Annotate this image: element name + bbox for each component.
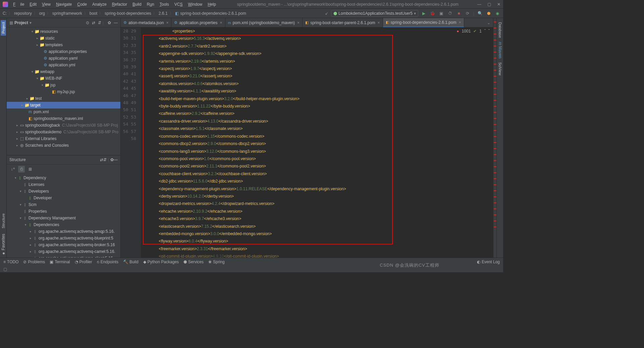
chevron-up-icon[interactable]: ˆ: [484, 29, 486, 33]
tree-item[interactable]: ⚙application.properties: [7, 48, 120, 55]
editor-tab[interactable]: ⚙application.properties×: [171, 18, 225, 27]
run-button[interactable]: ▶: [421, 10, 427, 16]
tree-item[interactable]: ▸▭springboottaskdemoC:\JavaProjects\08 S…: [7, 129, 120, 135]
tree-item[interactable]: mpom.xml: [7, 109, 120, 115]
editor-tab[interactable]: ◧spring-boot-dependencies-2.6.1.pom×: [383, 18, 464, 27]
sciview-tool-tab[interactable]: SciView: [497, 60, 503, 77]
structure-item[interactable]: ⫿Developer: [7, 195, 120, 201]
minimize-button[interactable]: —: [477, 2, 481, 7]
build-tab[interactable]: 🔨 Build: [123, 260, 139, 264]
menu-analyze[interactable]: Analyze: [90, 1, 109, 7]
more-tabs-icon[interactable]: ⌄: [484, 20, 493, 25]
menu-code[interactable]: Code: [75, 1, 89, 7]
stop-button[interactable]: ■: [456, 10, 462, 16]
tree-item[interactable]: ▸📁target: [7, 102, 120, 109]
tree-item[interactable]: ▸⬚External Libraries: [7, 135, 120, 142]
error-stripe[interactable]: [493, 18, 496, 258]
group-icon[interactable]: ⊞: [27, 166, 34, 172]
structure-tree[interactable]: ▾⫿Dependency⫿Licenses▾⫿Developers⫿Develo…: [7, 174, 120, 258]
structure-item[interactable]: ▸⫿org.apache.activemq:activemq-blueprint…: [7, 235, 120, 241]
collapse-all-icon[interactable]: ⇵: [98, 20, 101, 25]
tree-item[interactable]: ▸📁static: [7, 35, 120, 42]
breadcrumb-item[interactable]: C:: [3, 11, 7, 16]
breadcrumb-item[interactable]: repository: [14, 11, 32, 16]
profiler-tab[interactable]: ◔ Profiler: [75, 260, 92, 264]
profile-button[interactable]: ⏱: [447, 10, 453, 16]
avatar-icon[interactable]: ◉: [494, 10, 500, 16]
select-opened-icon[interactable]: ⊙: [86, 20, 89, 25]
breadcrumb-item[interactable]: spring-boot-dependencies-2.6.1.pom: [180, 11, 246, 16]
hide-icon[interactable]: —: [114, 157, 118, 162]
maximize-button[interactable]: ▢: [487, 2, 491, 7]
run-config-selector[interactable]: ⬤ Lombokdemo1ApplicationTests.testUser5 …: [331, 10, 418, 17]
structure-item[interactable]: ⫿Licenses: [7, 181, 120, 188]
tree-item[interactable]: ◧springbootdemo_maven.iml: [7, 115, 120, 122]
database-tool-tab[interactable]: Database: [497, 20, 503, 40]
tree-item[interactable]: ▾📁WEB-INF: [7, 75, 120, 82]
structure-item[interactable]: ▸⫿org.apache.activemq:activemq-broker:5.…: [7, 241, 120, 248]
back-arrow-icon[interactable]: ↙: [325, 11, 328, 16]
python-packages-tab[interactable]: ◆ Python Packages: [143, 260, 179, 264]
tree-item[interactable]: ⚙application.yaml: [7, 55, 120, 62]
menu-tools[interactable]: Tools: [157, 1, 171, 7]
menu-refactor[interactable]: Refactor: [110, 1, 129, 7]
coverage-button[interactable]: ▣: [438, 10, 444, 16]
structure-item[interactable]: ▾⫿Dependencies: [7, 221, 120, 228]
structure-item[interactable]: ▾⫿Dependency: [7, 175, 120, 181]
structure-item[interactable]: ▾⫿Developers: [7, 188, 120, 195]
spring-tab[interactable]: ❀ Spring: [208, 260, 225, 264]
menu-window[interactable]: Window: [185, 1, 205, 7]
menu-help[interactable]: Help: [205, 1, 218, 7]
line-gutter[interactable]: 28 29 30 31 32 33 34 35 36 37 38 39 40 4…: [121, 27, 141, 258]
favorites-tool-tab[interactable]: ★ Favorites: [0, 232, 6, 258]
breadcrumb-item[interactable]: 2.6.1: [159, 11, 168, 16]
tree-item[interactable]: ▸▭springbootdlogbackC:\JavaProjects\08 S…: [7, 122, 120, 129]
structure-item[interactable]: ▾⫿Dependency Management: [7, 215, 120, 221]
expand-all-icon[interactable]: ⇄: [92, 20, 95, 25]
todo-tab[interactable]: ≡ TODO: [3, 260, 18, 264]
inspection-widget[interactable]: ●1001 ✔1 ˆ ˇ: [457, 29, 490, 33]
menu-vcs[interactable]: VCS: [172, 1, 185, 7]
tree-item[interactable]: ▾📁webapp: [7, 68, 120, 75]
expand-icon[interactable]: ⇄: [100, 157, 103, 162]
menu-build[interactable]: Build: [130, 1, 144, 7]
settings-icon[interactable]: ⬢: [486, 10, 492, 16]
menu-navigate[interactable]: Navigate: [54, 1, 74, 7]
hide-icon[interactable]: —: [114, 20, 118, 25]
code-content[interactable]: <properties> <activemq.version>5.16.3</a…: [141, 27, 493, 258]
breadcrumb-item[interactable]: springframework: [52, 11, 82, 16]
editor-tab[interactable]: ◧spring-boot-starter-parent-2.6.1.pom×: [303, 18, 383, 27]
tree-item[interactable]: ◧myJsp.jsp: [7, 88, 120, 95]
breadcrumb-item[interactable]: org: [39, 11, 45, 16]
menu-file[interactable]: File: [11, 1, 26, 7]
structure-item[interactable]: ▸⫿org.apache.activemq:activemq-camel:5.1…: [7, 248, 120, 255]
menu-edit[interactable]: Edit: [27, 1, 39, 7]
structure-tool-tab[interactable]: Structure: [1, 211, 6, 230]
structure-item[interactable]: ⫿Properties: [7, 208, 120, 215]
menu-view[interactable]: View: [40, 1, 53, 7]
debug-button[interactable]: 🐞: [430, 10, 436, 16]
settings-icon[interactable]: ✿: [108, 20, 111, 25]
services-tab[interactable]: ⬣ Services: [183, 260, 204, 264]
quick-access-icon[interactable]: ▢: [3, 267, 7, 272]
menu-run[interactable]: Run: [145, 1, 157, 7]
update-button[interactable]: ⟳: [465, 10, 471, 16]
endpoints-tab[interactable]: ⎋ Endpoints: [97, 260, 118, 264]
project-tree[interactable]: ▾📁resources▸📁static▸📁templates⚙applicati…: [7, 27, 120, 155]
tree-item[interactable]: ▸📁templates: [7, 42, 120, 48]
settings-icon[interactable]: ✿: [110, 157, 114, 162]
structure-item[interactable]: ▸⫿org.apache.activemq:activemq-client:5.…: [7, 255, 120, 258]
dropdown-icon[interactable]: ▾: [30, 20, 32, 25]
sort-icon[interactable]: ↓ᴬ: [9, 166, 16, 172]
close-button[interactable]: ✕: [497, 2, 500, 7]
maven-tool-tab[interactable]: m Maven: [497, 40, 503, 60]
terminal-tab[interactable]: ▣ Terminal: [50, 260, 70, 264]
breadcrumbs[interactable]: C:〉repository〉org〉springframework〉boot〉s…: [3, 10, 325, 16]
breadcrumb-item[interactable]: boot: [90, 11, 97, 16]
chevron-down-icon[interactable]: ˇ: [488, 29, 490, 33]
collapse-icon[interactable]: ⇵: [103, 157, 107, 162]
filter-icon[interactable]: ⎙: [18, 166, 25, 172]
structure-item[interactable]: ▸⫿org.apache.activemq:activemq-amqp:5.16…: [7, 228, 120, 235]
tree-item[interactable]: ▸📁test: [7, 95, 120, 102]
editor-tab[interactable]: ⚙ation-metadata.json×: [121, 18, 171, 27]
